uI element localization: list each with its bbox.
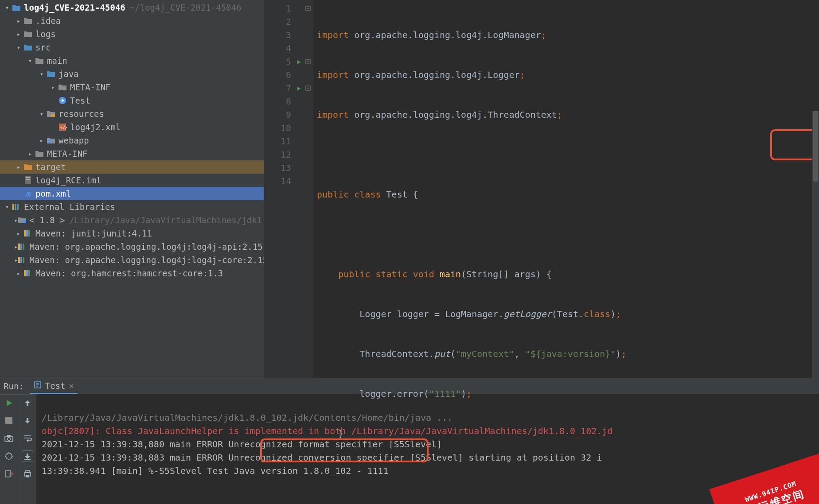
tree-item[interactable]: META-INF bbox=[0, 81, 264, 94]
tree-item-label: target bbox=[35, 162, 66, 172]
print-icon[interactable] bbox=[22, 468, 33, 480]
close-icon[interactable]: × bbox=[69, 381, 74, 391]
folder-icon bbox=[58, 82, 67, 92]
tree-external-libs[interactable]: External Libraries bbox=[0, 200, 264, 213]
svg-rect-11 bbox=[23, 220, 26, 223]
soft-wrap-icon[interactable] bbox=[22, 433, 33, 444]
chevron-icon bbox=[37, 70, 46, 78]
fold-handle[interactable] bbox=[303, 121, 313, 135]
library-icon bbox=[18, 215, 27, 225]
tree-lib-item[interactable]: Maven: junit:junit:4.11 bbox=[0, 227, 264, 240]
tree-item[interactable]: mpom.xml bbox=[0, 187, 264, 200]
editor-code[interactable]: import org.apache.logging.log4j.LogManag… bbox=[313, 0, 819, 378]
svg-rect-10 bbox=[17, 204, 19, 210]
fold-handle[interactable] bbox=[303, 2, 313, 15]
rerun-icon[interactable] bbox=[3, 397, 15, 409]
editor-scrollbar[interactable] bbox=[812, 111, 819, 378]
tree-lib-item[interactable]: Maven: org.apache.logging.log4j:log4j-co… bbox=[0, 253, 264, 267]
console-line: 13:39:38.941 [main] %-S5Slevel Test Java… bbox=[42, 465, 389, 476]
line-number[interactable]: 12 bbox=[264, 148, 303, 161]
console-line: objc[2807]: Class JavaLaunchHelper is im… bbox=[42, 426, 612, 436]
folder-icon bbox=[23, 16, 33, 26]
tree-item-label: main bbox=[47, 56, 67, 66]
line-number[interactable]: 14 bbox=[264, 174, 303, 188]
line-number[interactable]: 10 bbox=[264, 121, 303, 135]
svg-rect-9 bbox=[15, 204, 16, 210]
line-number[interactable]: 8 bbox=[264, 95, 303, 108]
editor-gutter[interactable]: 1234567891011121314 bbox=[264, 0, 303, 378]
svg-rect-16 bbox=[20, 244, 22, 250]
line-number[interactable]: 6 bbox=[264, 68, 303, 81]
up-icon[interactable] bbox=[22, 397, 33, 409]
svg-point-27 bbox=[8, 438, 11, 441]
tree-item[interactable]: logs bbox=[0, 27, 264, 41]
chevron-right-icon bbox=[14, 230, 23, 237]
line-number[interactable]: 2 bbox=[264, 15, 303, 28]
scroll-end-icon[interactable] bbox=[22, 450, 33, 462]
fold-handle[interactable] bbox=[303, 81, 313, 95]
line-number[interactable]: 11 bbox=[264, 135, 303, 148]
library-icon bbox=[18, 242, 27, 252]
svg-rect-14 bbox=[28, 230, 30, 236]
code-editor[interactable]: 1234567891011121314 import org.apache.lo… bbox=[264, 0, 819, 378]
tree-item-label: META-INF bbox=[70, 82, 111, 92]
svg-rect-31 bbox=[24, 459, 31, 460]
stop-icon[interactable] bbox=[3, 415, 15, 426]
tree-item[interactable]: .idea bbox=[0, 14, 264, 27]
tree-root-label: log4j_CVE-2021-45046 bbox=[24, 3, 125, 12]
chevron-icon bbox=[14, 31, 23, 38]
tree-item[interactable]: main bbox=[0, 54, 264, 67]
editor-fold-gutter[interactable] bbox=[303, 0, 313, 378]
svg-rect-17 bbox=[23, 244, 24, 250]
line-number[interactable]: 3 bbox=[264, 28, 303, 42]
fold-handle[interactable] bbox=[303, 108, 313, 121]
tree-lib-item[interactable]: Maven: org.hamcrest:hamcrest-core:1.3 bbox=[0, 267, 264, 280]
fold-handle[interactable] bbox=[303, 68, 313, 81]
tree-item[interactable]: java bbox=[0, 67, 264, 81]
line-number[interactable]: 4 bbox=[264, 42, 303, 55]
tree-item[interactable]: Test bbox=[0, 94, 264, 107]
tree-item[interactable]: webapp bbox=[0, 134, 264, 147]
tree-item[interactable]: target bbox=[0, 160, 264, 174]
run-tab-test[interactable]: Test × bbox=[30, 378, 78, 394]
camera-icon[interactable] bbox=[3, 433, 15, 444]
tree-item[interactable]: </>log4j2.xml bbox=[0, 120, 264, 134]
fold-handle[interactable] bbox=[303, 135, 313, 148]
svg-rect-1 bbox=[51, 114, 55, 117]
fold-handle[interactable] bbox=[303, 55, 313, 68]
tree-item[interactable]: log4j_RCE.iml bbox=[0, 174, 264, 187]
fold-handle[interactable] bbox=[303, 161, 313, 174]
run-toolbar-left bbox=[0, 394, 18, 504]
line-number[interactable]: 5 bbox=[264, 55, 303, 68]
library-icon bbox=[23, 229, 33, 238]
fold-handle[interactable] bbox=[303, 15, 313, 28]
line-number[interactable]: 13 bbox=[264, 161, 303, 174]
folder-orange-icon bbox=[23, 162, 33, 172]
tree-item-label: pom.xml bbox=[35, 189, 71, 198]
svg-rect-28 bbox=[7, 435, 11, 437]
fold-handle[interactable] bbox=[303, 28, 313, 42]
tree-item[interactable]: META-INF bbox=[0, 147, 264, 160]
down-icon[interactable] bbox=[22, 415, 33, 426]
maven-icon: m bbox=[23, 189, 33, 198]
fold-handle[interactable] bbox=[303, 42, 313, 55]
line-number[interactable]: 9 bbox=[264, 108, 303, 121]
exit-icon[interactable] bbox=[3, 468, 15, 480]
tree-root[interactable]: log4j_CVE-2021-45046 ~/log4j_CVE-2021-45… bbox=[0, 1, 264, 14]
run-console[interactable]: /Library/Java/JavaVirtualMachines/jdk1.8… bbox=[36, 394, 819, 504]
debug-icon[interactable] bbox=[3, 450, 15, 462]
fold-handle[interactable] bbox=[303, 174, 313, 188]
line-number[interactable]: 1 bbox=[264, 2, 303, 15]
folder-icon bbox=[35, 149, 44, 159]
fold-handle[interactable] bbox=[303, 95, 313, 108]
project-tree[interactable]: log4j_CVE-2021-45046 ~/log4j_CVE-2021-45… bbox=[0, 0, 264, 378]
tree-lib-item[interactable]: Maven: org.apache.logging.log4j:log4j-ap… bbox=[0, 240, 264, 253]
fold-handle[interactable] bbox=[303, 148, 313, 161]
line-number[interactable]: 7 bbox=[264, 81, 303, 95]
svg-rect-7 bbox=[26, 179, 30, 180]
tree-item[interactable]: resources bbox=[0, 107, 264, 120]
chevron-icon bbox=[26, 57, 35, 64]
tree-lib-item[interactable]: < 1.8 >/Library/Java/JavaVirtualMachines… bbox=[0, 213, 264, 227]
svg-rect-34 bbox=[26, 475, 29, 477]
tree-item[interactable]: src bbox=[0, 41, 264, 54]
